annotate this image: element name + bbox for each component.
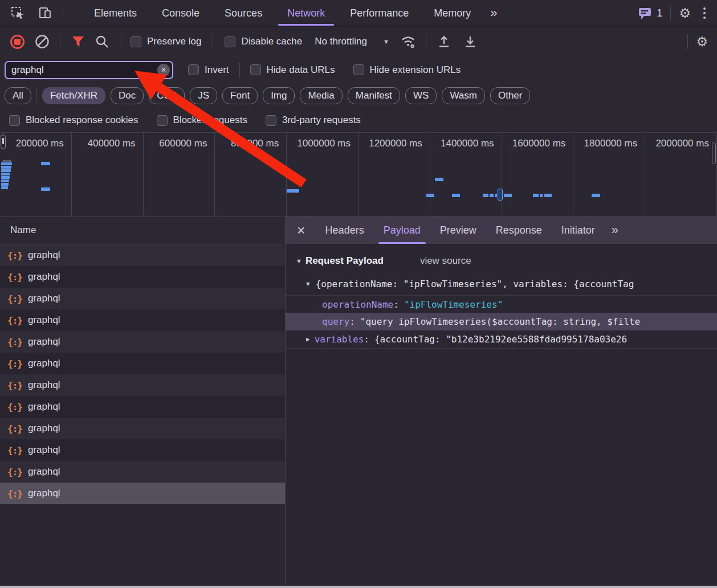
console-messages-icon[interactable] [638,6,652,21]
json-request-icon: {:} [7,488,22,499]
tab-sources[interactable]: Sources [212,0,275,26]
filter-chip-manifest[interactable]: Manifest [348,87,400,104]
detail-tab-response[interactable]: Response [486,217,552,244]
settings-gear-icon[interactable]: ⚙ [679,7,691,20]
name-column-header-label: Name [10,224,36,236]
network-conditions-icon[interactable] [398,32,418,51]
tab-performance[interactable]: Performance [337,0,421,26]
payload-value: {accountTag: "b12e3b2192ee5588fdad995178… [374,334,627,345]
blocked-response-cookies-checkbox[interactable] [9,115,20,126]
toolbar-separator [239,63,240,77]
network-settings-gear-icon[interactable]: ⚙ [696,35,708,48]
tab-network[interactable]: Network [275,0,337,26]
blocked-response-cookies-label: Blocked response cookies [26,115,138,126]
timeline-tick: 2000000 ms [645,133,717,216]
timeline-scroll-thumb-left[interactable] [1,134,6,149]
detail-tabs: HeadersPayloadPreviewResponseInitiator [316,217,605,244]
preserve-log-label: Preserve log [147,36,201,47]
table-row[interactable]: {:}graphql [0,266,285,288]
request-name: graphql [28,250,60,261]
filter-chip-img[interactable]: Img [263,87,295,104]
close-detail-icon[interactable]: × [286,223,316,238]
payload-row-variables[interactable]: ▶variables:{accountTag: "b12e3b2192ee558… [286,330,717,348]
object-expand-icon[interactable]: ▼ [306,280,310,288]
toolbar-separator [687,34,688,49]
timeline-tick-label: 2000000 ms [655,138,709,149]
toolbar-separator [670,6,671,21]
hide-extension-urls-checkbox[interactable] [353,64,364,75]
table-row[interactable]: {:}graphql [0,244,285,266]
more-tabs-icon[interactable]: » [483,6,503,21]
network-overview-timeline[interactable]: 200000 ms400000 ms600000 ms800000 ms1000… [0,132,717,217]
table-row[interactable]: {:}graphql [0,353,285,374]
chips-separator [36,88,37,103]
request-name: graphql [28,401,60,413]
filter-chip-other[interactable]: Other [490,87,531,104]
kebab-menu-icon[interactable] [699,5,710,21]
filter-chip-css[interactable]: CSS [149,87,185,104]
section-expand-icon[interactable]: ▼ [296,258,302,264]
hide-data-urls-checkbox[interactable] [250,64,261,75]
timeline-tick-label: 200000 ms [16,138,64,149]
preserve-log-checkbox[interactable] [131,36,141,47]
table-row[interactable]: {:}graphql [0,374,285,396]
filter-chip-js[interactable]: JS [190,87,217,104]
export-har-icon[interactable] [461,32,480,51]
clear-network-log-icon[interactable] [32,32,52,51]
detail-tab-headers[interactable]: Headers [316,217,374,244]
request-name: graphql [28,358,60,369]
filter-chip-fetch-xhr[interactable]: Fetch/XHR [42,87,105,104]
table-row[interactable]: {:}graphql [0,331,285,353]
table-row[interactable]: {:}graphql [0,309,285,331]
payload-row-operationname[interactable]: operationName:"ipFlowTimeseries" [286,295,717,313]
table-row[interactable]: {:}graphql [0,483,285,504]
device-toolbar-icon[interactable] [35,3,55,23]
import-har-icon[interactable] [434,32,454,51]
timeline-tick-label: 1000000 ms [297,138,351,149]
filter-funnel-icon[interactable] [68,32,88,51]
tab-elements[interactable]: Elements [82,0,149,26]
record-network-log-button[interactable] [10,35,25,49]
disable-cache-checkbox[interactable] [225,36,235,47]
detail-tab-preview[interactable]: Preview [430,217,486,244]
invert-checkbox[interactable] [188,64,199,75]
detail-tab-payload[interactable]: Payload [374,217,430,244]
table-row[interactable]: {:}graphql [0,418,285,439]
filter-input[interactable] [5,61,173,79]
table-row[interactable]: {:}graphql [0,396,285,418]
filter-chip-doc[interactable]: Doc [111,87,144,104]
blocked-requests-checkbox[interactable] [157,115,168,126]
table-row[interactable]: {:}graphql [0,461,285,483]
timeline-scroll-thumb-right[interactable] [712,142,716,164]
table-row[interactable]: {:}graphql [0,288,285,309]
filter-chip-ws[interactable]: WS [405,87,437,104]
timeline-tick-label: 1600000 ms [512,138,566,149]
inspect-element-icon[interactable] [8,3,27,23]
filter-chip-font[interactable]: Font [222,87,258,104]
throttling-select[interactable]: No throttling ▼ [315,36,389,47]
third-party-requests-checkbox[interactable] [266,115,276,126]
json-request-icon: {:} [7,315,22,326]
expand-arrow-icon[interactable]: ▶ [306,336,310,343]
name-column-header[interactable]: Name [0,217,285,244]
json-request-icon: {:} [7,380,22,391]
filter-chip-all[interactable]: All [5,87,31,104]
json-request-icon: {:} [7,337,22,348]
payload-object-preview: {operationName: "ipFlowTimeseries", vari… [316,279,634,289]
third-party-requests-label: 3rd-party requests [282,115,361,126]
chevron-down-icon: ▼ [383,38,389,45]
tab-memory[interactable]: Memory [421,0,483,26]
detail-more-tabs-icon[interactable]: » [605,223,624,238]
payload-row-query[interactable]: query:"query ipFlowTimeseries($accountTa… [286,313,717,330]
json-request-icon: {:} [7,358,22,369]
filter-chip-wasm[interactable]: Wasm [442,87,485,104]
tab-console[interactable]: Console [149,0,212,26]
table-row[interactable]: {:}graphql [0,439,285,461]
clear-filter-icon[interactable]: × [157,64,170,76]
detail-tab-initiator[interactable]: Initiator [552,217,605,244]
search-icon[interactable] [92,32,112,51]
panel-tabs: ElementsConsoleSourcesNetworkPerformance… [82,0,483,26]
payload-colon: : [393,299,399,310]
view-source-link[interactable]: view source [420,255,471,267]
filter-chip-media[interactable]: Media [300,87,342,104]
